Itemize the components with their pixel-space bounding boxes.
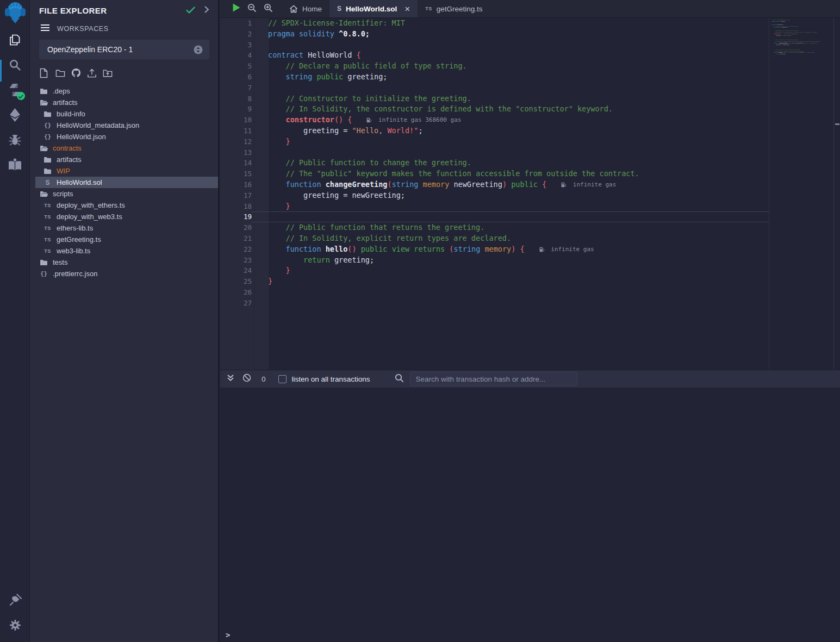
home-icon [289, 5, 298, 13]
zoom-out-button[interactable] [244, 0, 260, 17]
minimap-divider [769, 18, 769, 370]
line-number: 9 [220, 104, 252, 115]
tree-item-label: scripts [53, 190, 73, 198]
line-content: } [252, 136, 769, 147]
terminal-collapse-button[interactable] [227, 374, 234, 384]
tree-item-HelloWorld_metadata.json[interactable]: {}HelloWorld_metadata.json [35, 120, 218, 131]
line-content [252, 287, 769, 298]
github-icon[interactable] [71, 67, 81, 78]
tree-item-label: artifacts [53, 98, 78, 107]
line-content: } [252, 265, 769, 276]
code-line-3: 3 [220, 40, 769, 51]
tab-getGreeting.ts[interactable]: TSgetGreeting.ts [418, 0, 490, 17]
settings-button[interactable] [0, 614, 30, 639]
file-explorer-activity-button[interactable] [0, 28, 30, 53]
tree-item-label: artifacts [57, 155, 82, 164]
line-content: function changeGreeting(string memory ne… [252, 179, 769, 190]
line-content: greeting = newGreeting; [252, 190, 769, 201]
tab-Home[interactable]: Home [282, 0, 329, 17]
line-content: // Public function that returns the gree… [252, 222, 769, 233]
code-line-9: 9 // In Solidity, the constructor is def… [220, 104, 769, 115]
ts-icon: TS [43, 237, 52, 242]
tree-item-.deps[interactable]: .deps [35, 85, 218, 97]
code-line-4: 4contract HelloWorld { [220, 50, 769, 61]
folder-open-icon [39, 191, 48, 197]
solidity-icon: S [43, 179, 52, 186]
files-icon [8, 33, 22, 49]
tree-item-.prettierrc.json[interactable]: {}.prettierrc.json [35, 268, 218, 279]
tree-item-getGreeting.ts[interactable]: TSgetGreeting.ts [35, 234, 218, 245]
tab-HelloWorld.sol[interactable]: SHelloWorld.sol× [329, 0, 418, 17]
tree-item-build-info[interactable]: build-info [35, 108, 218, 120]
publish-gist-icon[interactable] [87, 67, 97, 78]
new-folder-icon[interactable] [55, 67, 65, 78]
remix-logo[interactable] [0, 0, 30, 28]
line-number: 12 [220, 136, 252, 147]
tree-item-HelloWorld.sol[interactable]: SHelloWorld.sol [35, 177, 218, 188]
solidity-icon: S [337, 5, 341, 13]
line-number: 4 [220, 50, 252, 61]
transaction-count: 0 [262, 375, 266, 383]
tree-item-scripts[interactable]: scripts [35, 188, 218, 200]
terminal-prompt: > [226, 631, 230, 639]
solidity-compiler-activity-button[interactable] [0, 78, 30, 103]
json-icon: {} [43, 122, 52, 129]
editor-minimap[interactable]: // SPDX-License-Identifier: MITpragma so… [771, 19, 822, 66]
workspaces-menu-icon[interactable] [40, 24, 50, 34]
line-content: function hello() public view returns (st… [252, 244, 769, 255]
terminal-output[interactable]: > [220, 388, 840, 642]
tree-item-tests[interactable]: tests [35, 257, 218, 268]
check-icon[interactable] [186, 6, 195, 16]
code-line-21: 21 // In Solidity, explicit return types… [220, 233, 769, 244]
tree-item-label: getGreeting.ts [57, 235, 101, 244]
close-tab-icon[interactable]: × [405, 4, 410, 14]
tree-item-contracts[interactable]: contracts [35, 142, 218, 154]
listen-transactions-checkbox[interactable] [278, 375, 287, 383]
zoom-in-button[interactable] [260, 0, 276, 17]
deploy-run-activity-button[interactable] [0, 103, 30, 128]
tree-item-label: tests [53, 258, 67, 266]
run-script-button[interactable] [229, 0, 244, 17]
minimap-content: // SPDX-License-Identifier: MITpragma so… [771, 19, 822, 61]
new-file-icon[interactable] [40, 67, 49, 78]
line-content: } [252, 276, 769, 287]
tree-item-artifacts[interactable]: artifacts [35, 97, 218, 108]
transaction-search-input[interactable] [410, 372, 577, 386]
line-content: // Declare a public field of type string… [252, 61, 769, 72]
tree-item-artifacts[interactable]: artifacts [35, 154, 218, 165]
tab-label: Home [302, 5, 322, 13]
gas-estimate-hint: infinite gas [561, 179, 616, 190]
tab-label: getGreeting.ts [437, 5, 483, 13]
chevron-right-icon[interactable] [204, 5, 209, 16]
clear-console-button[interactable] [242, 373, 251, 384]
tree-item-deploy_with_ethers.ts[interactable]: TSdeploy_with_ethers.ts [35, 200, 218, 211]
line-number: 27 [220, 298, 252, 309]
compile-success-badge [17, 92, 25, 100]
line-content: // The "public" keyword makes the functi… [252, 169, 769, 179]
code-line-18: 18 } [220, 201, 769, 212]
load-folder-icon[interactable] [103, 67, 113, 78]
tree-item-WIP[interactable]: WIP [35, 165, 218, 177]
tabs-container: HomeSHelloWorld.sol×TSgetGreeting.ts [282, 0, 490, 17]
code-editor[interactable]: 1// SPDX-License-Identifier: MIT2pragma … [220, 18, 840, 370]
plugin-manager-button[interactable] [0, 589, 30, 614]
workspace-select[interactable]: OpenZeppelin ERC20 - 1 [39, 40, 209, 59]
tree-item-ethers-lib.ts[interactable]: TSethers-lib.ts [35, 222, 218, 234]
line-number: 26 [220, 287, 252, 298]
line-number: 19 [220, 211, 252, 222]
gear-icon [9, 619, 22, 634]
tree-item-HelloWorld.json[interactable]: {}HelloWorld.json [35, 131, 218, 142]
scrollbar-handle[interactable] [835, 123, 839, 125]
code-line-19: 19 [220, 211, 769, 222]
line-number: 16 [220, 179, 252, 190]
line-number: 11 [220, 126, 252, 136]
search-activity-button[interactable] [0, 53, 30, 78]
documentation-activity-button[interactable] [0, 153, 30, 178]
folder-icon [43, 111, 52, 117]
debugger-activity-button[interactable] [0, 128, 30, 153]
tree-item-deploy_with_web3.ts[interactable]: TSdeploy_with_web3.ts [35, 211, 218, 222]
line-number: 3 [220, 40, 252, 51]
remix-logo-icon [3, 1, 28, 27]
tree-item-web3-lib.ts[interactable]: TSweb3-lib.ts [35, 245, 218, 257]
editor-right-scrollbar[interactable] [833, 18, 840, 370]
